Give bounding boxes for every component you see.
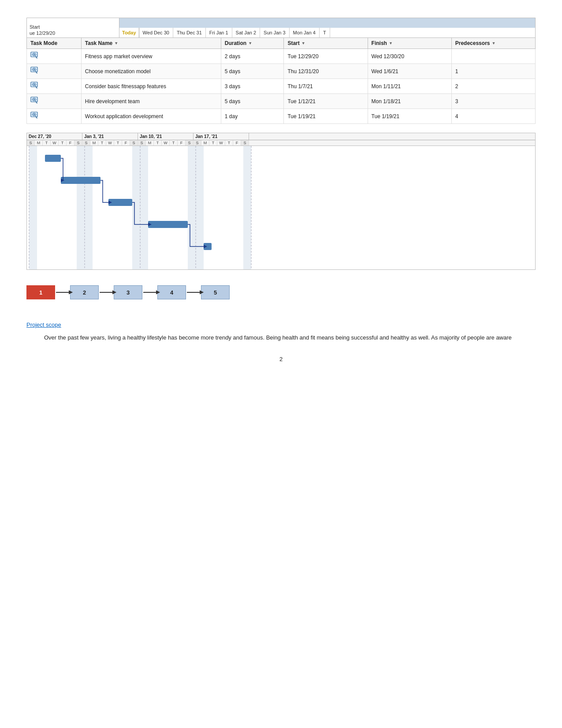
date-5: Sun Jan 3	[260, 28, 290, 37]
gantt-days-row: SMTWTFSSMTWTFSSMTWTFSSMTWTFS	[27, 140, 535, 146]
gantt-day-3-0: S	[194, 140, 201, 146]
section-heading-link[interactable]: Project scope	[26, 321, 536, 328]
task-finish-cell: Wed 12/30/20	[368, 49, 451, 64]
gantt-day-3-5: F	[233, 140, 241, 146]
weekend-col-13	[132, 146, 140, 269]
network-arrow-2	[143, 292, 156, 293]
sort-arrow-finish: ▼	[389, 41, 393, 45]
timeline-left: Start ue 12/29/20	[27, 18, 119, 37]
gantt-bar-3	[108, 199, 132, 206]
task-pred-cell: 4	[451, 109, 535, 124]
gantt-day-1-1: M	[90, 140, 98, 146]
weekend-col-0	[29, 146, 37, 269]
task-start-cell: Tue 1/19/21	[284, 109, 368, 124]
gantt-bar-4	[148, 221, 188, 228]
timeline-dates-row: Today Wed Dec 30 Thu Dec 31 Fri Jan 1 Sa…	[119, 28, 535, 37]
network-node-5: 5	[201, 285, 230, 299]
task-mode-icon	[30, 81, 40, 90]
date-4: Sat Jan 2	[232, 28, 260, 37]
gantt-week-label-1: Jan 3, '21	[82, 133, 138, 140]
task-start-cell: Thu 1/7/21	[284, 79, 368, 94]
gantt-weeks-header: Dec 27, '20Jan 3, '21Jan 10, '21Jan 17, …	[27, 133, 535, 140]
weekend-col-27	[243, 146, 251, 269]
task-mode-cell	[27, 109, 82, 124]
task-name-cell: Workout application development	[81, 109, 221, 124]
task-mode-icon	[30, 96, 40, 105]
table-row: Fitness app market overview 2 days Tue 1…	[27, 49, 536, 64]
gantt-week-label-3: Jan 17, '21	[194, 133, 249, 140]
gantt-day-2-4: T	[170, 140, 178, 146]
task-name-cell: Fitness app market overview	[81, 49, 221, 64]
svg-point-14	[33, 114, 35, 115]
page-number: 2	[26, 356, 536, 362]
th-name[interactable]: Task Name ▼	[81, 38, 221, 49]
svg-point-5	[33, 69, 35, 70]
task-pred-cell	[451, 49, 535, 64]
gantt-day-2-6: S	[186, 140, 194, 146]
gantt-body	[27, 146, 535, 269]
gantt-week-label-2: Jan 10, '21	[138, 133, 194, 140]
network-arrow-1	[100, 292, 113, 293]
task-pred-cell: 1	[451, 64, 535, 79]
weekend-col-6	[77, 146, 85, 269]
gantt-arrow-T2-T3	[100, 180, 108, 202]
svg-point-11	[33, 99, 35, 100]
body-paragraph-1: Over the past few years, living a health…	[26, 333, 536, 343]
table-row: Workout application development 1 day Tu…	[27, 109, 536, 124]
task-duration-cell: 3 days	[221, 79, 284, 94]
task-mode-cell	[27, 79, 82, 94]
task-start-cell: Thu 12/31/20	[284, 64, 368, 79]
gantt-day-1-4: T	[114, 140, 122, 146]
date-1: Wed Dec 30	[139, 28, 173, 37]
network-node-4: 4	[157, 285, 186, 299]
network-diagram: 12345	[26, 281, 536, 304]
gantt-day-2-3: W	[162, 140, 170, 146]
th-start[interactable]: Start ▼	[284, 38, 368, 49]
task-duration-cell: 2 days	[221, 49, 284, 64]
gantt-day-2-2: T	[154, 140, 162, 146]
gantt-bar-2	[61, 177, 100, 184]
gantt-day-3-1: M	[201, 140, 209, 146]
weekend-col-14	[140, 146, 148, 269]
th-predecessors[interactable]: Predecessors ▼	[451, 38, 535, 49]
start-label: Start	[30, 24, 116, 30]
sort-arrow-pred: ▼	[491, 41, 495, 45]
th-finish[interactable]: Finish ▼	[368, 38, 451, 49]
date-2: Thu Dec 31	[173, 28, 206, 37]
task-start-cell: Tue 12/29/20	[284, 49, 368, 64]
gantt-day-0-6: S	[74, 140, 82, 146]
task-duration-cell: 5 days	[221, 64, 284, 79]
gantt-day-0-3: W	[51, 140, 59, 146]
network-arrow-0	[56, 292, 69, 293]
task-table: Task Mode Task Name ▼ Duration ▼	[26, 37, 536, 124]
gantt-day-2-1: M	[146, 140, 154, 146]
svg-point-8	[33, 84, 35, 85]
network-node-2: 2	[70, 285, 99, 299]
task-finish-cell: Mon 1/11/21	[368, 79, 451, 94]
task-mode-icon	[30, 66, 40, 75]
task-duration-cell: 1 day	[221, 109, 284, 124]
task-name-cell: Choose monetization model	[81, 64, 221, 79]
arrow-line-0	[56, 292, 69, 293]
sort-arrow-duration: ▼	[248, 41, 252, 45]
task-mode-icon	[30, 111, 40, 120]
task-pred-cell: 2	[451, 79, 535, 94]
weekend-col-7	[85, 146, 93, 269]
gantt-day-1-2: T	[98, 140, 106, 146]
weekend-col-21	[196, 146, 204, 269]
gantt-day-0-4: T	[59, 140, 67, 146]
gantt-day-2-5: F	[178, 140, 186, 146]
weekend-col-20	[188, 146, 196, 269]
gantt-day-1-0: S	[82, 140, 90, 146]
gantt-week-label-0: Dec 27, '20	[27, 133, 82, 140]
gantt-day-3-3: W	[217, 140, 225, 146]
timeline-right: Today Wed Dec 30 Thu Dec 31 Fri Jan 1 Sa…	[119, 18, 535, 37]
gantt-day-0-2: T	[43, 140, 51, 146]
th-mode[interactable]: Task Mode	[27, 38, 82, 49]
task-name-cell: Hire development team	[81, 94, 221, 109]
th-duration[interactable]: Duration ▼	[221, 38, 284, 49]
text-section: Project scope Over the past few years, l…	[26, 321, 536, 343]
start-date: ue 12/29/20	[30, 30, 116, 36]
table-row: Consider basic fitnessapp features 3 day…	[27, 79, 536, 94]
sort-arrow-start: ▼	[301, 41, 305, 45]
